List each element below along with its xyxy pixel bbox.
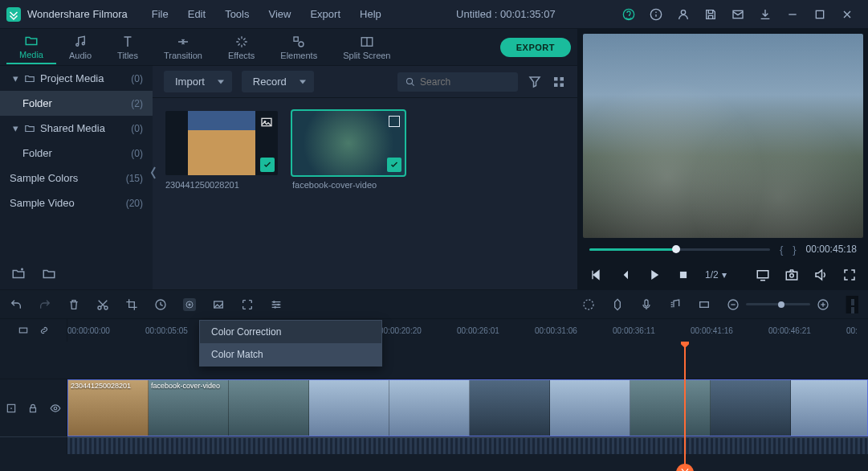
menu-item-color-match[interactable]: Color Match xyxy=(200,343,381,366)
zoom-in-icon[interactable] xyxy=(817,298,829,311)
crop-icon[interactable] xyxy=(125,298,138,311)
marker-icon[interactable] xyxy=(611,298,624,311)
sidebar-item-folder[interactable]: Folder (2) xyxy=(0,91,153,116)
sidebar-item-sample-video[interactable]: Sample Video (20) xyxy=(0,190,153,215)
tab-label: Elements xyxy=(280,51,317,60)
music-icon xyxy=(73,35,88,49)
media-item[interactable]: facebook-cover-video xyxy=(292,111,405,190)
export-button[interactable]: EXPORT xyxy=(500,38,571,57)
support-icon[interactable] xyxy=(622,8,635,21)
tab-titles[interactable]: Titles xyxy=(104,31,151,63)
aspect-icon[interactable] xyxy=(698,298,711,311)
download-icon[interactable] xyxy=(759,8,772,21)
timeline-clip[interactable] xyxy=(630,380,711,436)
volume-icon[interactable] xyxy=(813,268,828,282)
timeline-clip[interactable]: facebook-cover-video xyxy=(149,380,229,436)
new-folder-icon[interactable] xyxy=(11,267,26,281)
search-box[interactable] xyxy=(397,72,518,92)
stop-icon[interactable] xyxy=(678,269,689,281)
window-close-icon[interactable] xyxy=(841,8,854,21)
snapshot-icon[interactable] xyxy=(784,268,799,282)
folder-name: Folder xyxy=(22,97,52,109)
expand-icon[interactable] xyxy=(241,298,254,311)
svg-rect-7 xyxy=(816,10,823,18)
save-icon[interactable] xyxy=(704,8,717,21)
split-at-playhead-icon[interactable] xyxy=(676,464,694,471)
timeline-clip[interactable] xyxy=(711,380,791,436)
menu-view[interactable]: View xyxy=(260,5,299,23)
audio-mixer-icon[interactable] xyxy=(669,298,682,311)
zoom-slider[interactable] xyxy=(746,303,810,305)
delete-icon[interactable] xyxy=(67,298,80,311)
info-icon[interactable] xyxy=(650,8,662,21)
link-icon[interactable] xyxy=(39,325,50,336)
clip-strip[interactable]: 230441250028201facebook-cover-video xyxy=(67,379,868,436)
prev-frame-icon[interactable] xyxy=(589,268,602,281)
track-settings-icon[interactable] xyxy=(6,403,17,414)
preview-viewport[interactable] xyxy=(583,34,863,238)
fit-icon[interactable] xyxy=(18,325,29,336)
account-icon[interactable] xyxy=(677,8,690,21)
preview-timecode: 00:00:45:18 xyxy=(806,244,857,255)
menu-help[interactable]: Help xyxy=(352,5,389,23)
folder-open-icon[interactable] xyxy=(42,267,56,281)
tab-transition[interactable]: Transition xyxy=(151,31,215,63)
green-screen-icon[interactable] xyxy=(212,298,225,311)
grid-view-icon[interactable] xyxy=(552,75,566,89)
step-back-icon[interactable] xyxy=(618,268,631,281)
mark-out-button[interactable]: } xyxy=(793,244,796,256)
timeline-ruler[interactable]: 00:00:00:0000:00:05:0500:00:20:2000:00:2… xyxy=(67,319,868,342)
record-dropdown[interactable]: Record xyxy=(242,71,314,92)
audio-waveform[interactable] xyxy=(67,437,868,454)
menu-edit[interactable]: Edit xyxy=(180,5,214,23)
speed-icon[interactable] xyxy=(154,298,167,311)
filter-icon[interactable] xyxy=(528,75,542,89)
lock-icon[interactable] xyxy=(27,403,39,414)
folder-count: (0) xyxy=(131,123,143,134)
redo-icon[interactable] xyxy=(39,298,51,311)
voiceover-icon[interactable] xyxy=(640,298,653,311)
timeline-clip[interactable] xyxy=(550,380,630,436)
menu-tools[interactable]: Tools xyxy=(217,5,257,23)
sidebar-item-folder[interactable]: Folder (0) xyxy=(0,141,153,166)
scrub-slider[interactable] xyxy=(589,248,770,251)
timeline-clip[interactable] xyxy=(791,380,868,436)
menu-export[interactable]: Export xyxy=(302,5,348,23)
tab-split-screen[interactable]: Split Screen xyxy=(330,31,403,63)
menu-file[interactable]: File xyxy=(144,5,177,23)
render-icon[interactable] xyxy=(582,298,595,311)
window-maximize-icon[interactable] xyxy=(813,8,826,21)
timeline-clip[interactable] xyxy=(389,380,470,436)
undo-icon[interactable] xyxy=(10,298,22,311)
playhead[interactable] xyxy=(684,342,686,471)
eye-icon[interactable] xyxy=(50,403,61,414)
track-controls xyxy=(0,379,67,436)
search-input[interactable] xyxy=(420,76,510,88)
fullscreen-icon[interactable] xyxy=(842,268,857,282)
display-icon[interactable] xyxy=(756,268,770,282)
timeline-clip[interactable] xyxy=(229,380,309,436)
timeline-clip[interactable] xyxy=(309,380,389,436)
adjust-icon[interactable] xyxy=(270,298,283,311)
sidebar-item-sample-colors[interactable]: Sample Colors (15) xyxy=(0,166,153,190)
tab-audio[interactable]: Audio xyxy=(56,31,104,63)
mail-icon[interactable] xyxy=(731,8,744,21)
sidebar-item-shared-media[interactable]: ▾ Shared Media (0) xyxy=(0,116,153,141)
color-icon[interactable] xyxy=(183,298,196,311)
tab-elements[interactable]: Elements xyxy=(267,31,330,63)
play-icon[interactable] xyxy=(647,268,662,282)
timeline-clip[interactable]: 230441250028201 xyxy=(68,380,149,436)
zoom-out-icon[interactable] xyxy=(727,298,740,311)
cut-icon[interactable] xyxy=(96,298,109,311)
collapse-handle-icon[interactable] xyxy=(149,162,157,183)
timeline-clip[interactable] xyxy=(470,380,550,436)
playback-speed[interactable]: 1/2▾ xyxy=(705,269,727,281)
tab-media[interactable]: Media xyxy=(6,31,56,64)
import-dropdown[interactable]: Import xyxy=(164,71,232,92)
tab-effects[interactable]: Effects xyxy=(215,31,267,63)
media-item[interactable]: 230441250028201 xyxy=(165,111,278,190)
sidebar-item-project-media[interactable]: ▾ Project Media (0) xyxy=(0,66,153,91)
mark-in-button[interactable]: { xyxy=(780,244,783,256)
menu-item-color-correction[interactable]: Color Correction xyxy=(200,321,381,343)
window-minimize-icon[interactable] xyxy=(786,8,799,21)
